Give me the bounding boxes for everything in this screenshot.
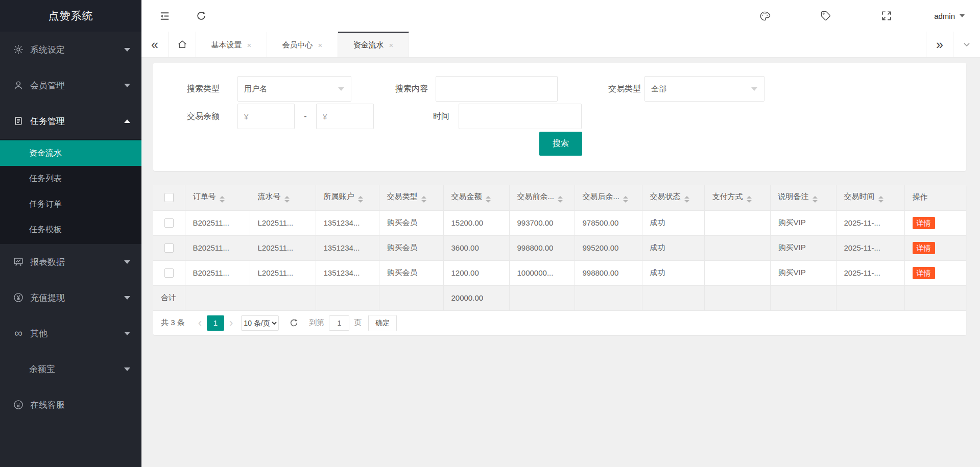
sidebar-menu: 系统设定 会员管理 [0, 32, 141, 467]
detail-button[interactable]: 详情 [913, 242, 935, 254]
tab-basic-settings[interactable]: 基本设置 × [196, 32, 267, 57]
prev-page-button[interactable]: ‹ [198, 317, 202, 329]
sort-icon[interactable] [486, 196, 491, 203]
page-size-select[interactable]: 10 条/页 [241, 315, 279, 331]
goto-page-input[interactable] [329, 315, 349, 331]
tab-options-button[interactable] [953, 32, 980, 57]
column-header[interactable]: 交易时间 [836, 185, 904, 210]
chevron-down-icon [124, 296, 130, 300]
sort-icon[interactable] [358, 196, 363, 203]
customer-service-icon [12, 399, 25, 411]
table-cell: 2025-11-... [836, 260, 904, 285]
column-header[interactable]: 支付方式 [704, 185, 770, 210]
fullscreen-icon[interactable] [881, 10, 892, 21]
table-cell: 购买会员 [379, 260, 443, 285]
sort-icon[interactable] [220, 196, 225, 203]
total-value-cell [642, 285, 704, 310]
sort-icon[interactable] [558, 196, 563, 203]
sidebar-item-task-list[interactable]: 任务列表 [0, 166, 141, 191]
sort-icon[interactable] [623, 196, 628, 203]
top-header: admin [141, 0, 980, 32]
search-content-input[interactable] [436, 76, 558, 102]
sidebar-item-label: 在线客服 [30, 399, 130, 411]
close-icon[interactable]: × [389, 41, 394, 50]
sidebar-item-other[interactable]: ∞ 其他 [0, 315, 141, 351]
user-menu[interactable]: admin [934, 12, 965, 20]
close-icon[interactable]: × [247, 41, 252, 50]
column-header[interactable]: 说明备注 [770, 185, 836, 210]
column-header[interactable]: 交易类型 [379, 185, 443, 210]
table-cell: 购买会员 [379, 210, 443, 235]
total-count: 共 3 条 [161, 318, 185, 328]
column-header[interactable]: 流水号 [250, 185, 316, 210]
column-label: 交易状态 [650, 192, 681, 201]
tab-fund-flow[interactable]: 资金流水 × [338, 32, 409, 57]
trade-type-label: 交易类型 [590, 76, 641, 102]
total-value-cell [836, 285, 904, 310]
search-panel: 搜索类型 用户名 搜索内容 交易类型 全部 交易余额 - 时间 搜 [153, 63, 966, 171]
next-page-button[interactable]: › [229, 317, 233, 329]
column-label: 流水号 [258, 192, 281, 201]
detail-button[interactable]: 详情 [913, 267, 935, 279]
close-icon[interactable]: × [318, 41, 323, 50]
sort-icon[interactable] [812, 196, 818, 203]
chevron-down-icon [124, 367, 130, 371]
tag-icon[interactable] [820, 10, 831, 21]
table-cell [704, 210, 770, 235]
refresh-table-icon[interactable] [289, 318, 299, 328]
column-label: 交易类型 [387, 192, 418, 201]
collapse-sidebar-icon[interactable] [159, 10, 171, 22]
row-checkbox[interactable] [164, 218, 174, 228]
table-cell: 998800.00 [575, 260, 642, 285]
sort-icon[interactable] [747, 196, 752, 203]
sidebar-item-task-templates[interactable]: 任务模板 [0, 217, 141, 242]
current-page-button[interactable]: 1 [207, 315, 224, 331]
detail-button[interactable]: 详情 [913, 217, 935, 229]
sort-icon[interactable] [284, 196, 290, 203]
column-header[interactable]: 订单号 [185, 185, 250, 210]
row-checkbox[interactable] [164, 268, 174, 278]
chevron-down-icon [124, 332, 130, 335]
column-label: 订单号 [193, 192, 216, 201]
goto-confirm-button[interactable]: 确定 [368, 315, 397, 331]
column-header[interactable]: 交易前余... [509, 185, 575, 210]
row-checkbox[interactable] [164, 243, 174, 253]
tab-member-center[interactable]: 会员中心 × [267, 32, 338, 57]
balance-min-input[interactable] [237, 104, 295, 129]
scroll-tabs-left-button[interactable]: « [141, 32, 169, 57]
search-button[interactable]: 搜索 [539, 132, 582, 156]
task-management-submenu: 资金流水 任务列表 任务订单 任务模板 [0, 139, 141, 244]
sidebar-item-task-management[interactable]: 任务管理 [0, 103, 141, 139]
column-header: 操作 [904, 185, 966, 210]
table-cell: 购买VIP [770, 210, 836, 235]
sidebar-item-report-data[interactable]: 报表数据 [0, 244, 141, 280]
theme-palette-icon[interactable] [759, 10, 771, 22]
trade-type-select[interactable]: 全部 [644, 76, 764, 102]
home-tab[interactable] [169, 32, 196, 57]
row-select-cell [153, 260, 185, 285]
column-header[interactable]: 所属账户 [316, 185, 379, 210]
total-value-cell [185, 285, 250, 310]
sort-icon[interactable] [878, 196, 883, 203]
sidebar-item-yuebao[interactable]: 余额宝 [0, 351, 141, 387]
document-icon [12, 115, 25, 127]
column-header[interactable]: 交易后余... [575, 185, 642, 210]
sidebar-item-online-service[interactable]: 在线客服 [0, 387, 141, 423]
sort-icon[interactable] [684, 196, 689, 203]
column-header[interactable]: 交易状态 [642, 185, 704, 210]
sort-icon[interactable] [421, 196, 426, 203]
sidebar-item-task-orders[interactable]: 任务订单 [0, 191, 141, 217]
table-cell: 993700.00 [509, 210, 575, 235]
search-type-select[interactable]: 用户名 [237, 76, 351, 102]
chevron-down-icon [962, 39, 972, 50]
sidebar-item-member-management[interactable]: 会员管理 [0, 67, 141, 103]
sidebar-item-fund-flow[interactable]: 资金流水 [0, 140, 141, 166]
sidebar-item-recharge-withdraw[interactable]: 充值提现 [0, 280, 141, 315]
time-input[interactable] [459, 104, 582, 129]
balance-max-input[interactable] [316, 104, 374, 129]
refresh-icon[interactable] [196, 10, 207, 21]
select-all-checkbox[interactable] [164, 193, 174, 202]
scroll-tabs-right-button[interactable]: » [926, 32, 953, 57]
sidebar-item-system-settings[interactable]: 系统设定 [0, 32, 141, 67]
column-header[interactable]: 交易金额 [443, 185, 509, 210]
